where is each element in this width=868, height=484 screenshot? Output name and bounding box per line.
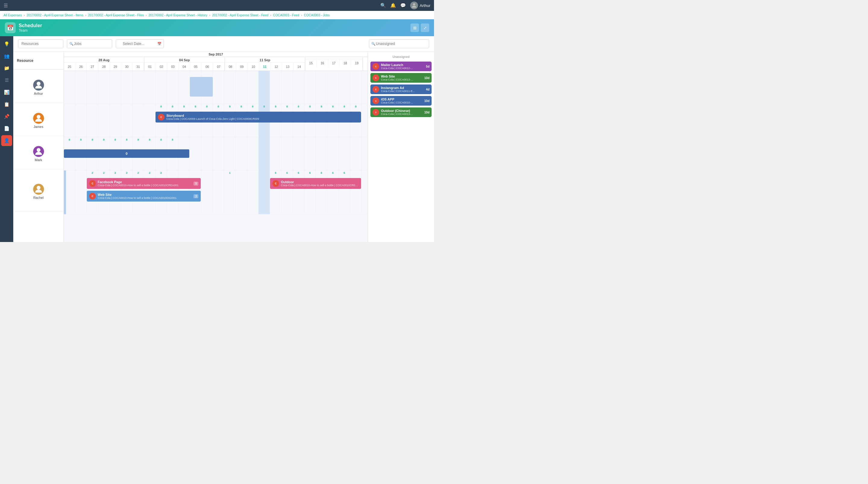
jobs-input[interactable] [67, 39, 112, 48]
alloc-num-13: 8 [286, 105, 288, 108]
cell-Arthur-28 [98, 71, 110, 104]
alloc-num-27: 8 [92, 138, 93, 141]
alloc-num-09: 8 [241, 105, 242, 108]
bc-coca-jobs[interactable]: COCA0003 - Jobs [304, 13, 330, 17]
alloc-num-16: 8 [321, 105, 322, 108]
sidebar-item-ideas[interactable]: 💡 [1, 39, 12, 50]
bc-items[interactable]: 2017/0002 - April Expense Sheet - Items [27, 13, 84, 17]
expand-view-button[interactable]: ⤢ [421, 24, 429, 32]
app-subtitle: Team [19, 28, 42, 33]
arthur-schedule-block[interactable] [190, 77, 213, 96]
day-cell-04: 04 [179, 63, 190, 70]
bc-all-expenses[interactable]: All Expenses [4, 13, 22, 17]
card-days-0: 5d [426, 65, 430, 68]
day-cell-03: 03 [167, 63, 179, 70]
sidebar-item-tasks[interactable]: 📋 [1, 99, 12, 110]
card-days-2: 4d [426, 88, 430, 91]
grid-row-james: 888888888888888888CStoryboardCoca-Cola |… [64, 104, 368, 137]
day-cell-09: 09 [236, 63, 248, 70]
cell-James-27 [87, 104, 98, 137]
sidebar-item-users[interactable]: 👤 [1, 135, 12, 146]
unassigned-card-2[interactable]: C Instangram Ad Coca-Cola | COCA0011-E..… [370, 84, 432, 94]
cell-Mark-15 [304, 137, 316, 170]
sidebar-item-pins[interactable]: 📌 [1, 111, 12, 122]
chat-icon[interactable]: 💬 [400, 3, 406, 8]
unassigned-card-3[interactable]: C iOS APP Coca-Cola | COCA0010-... 10d [370, 96, 432, 106]
task-bar-outdoor[interactable]: COutdoorCoca-Cola | COCA0010-How to sell… [270, 178, 361, 189]
unassigned-card-1[interactable]: C Web Site Coca-Cola | COCA0013-... 10d [370, 73, 432, 83]
alloc-num-10: 8 [252, 105, 253, 108]
cell-James-28 [98, 104, 110, 137]
week-group-1: 04 Sep01020304050607 [144, 57, 225, 70]
coca-cola-logo: C [158, 114, 164, 120]
card-sub-4: Coca-Cola | COCA0013-... [381, 113, 423, 116]
unassigned-card-0[interactable]: C Mailer Launch Coca-Cola | COCA0012-...… [370, 62, 432, 71]
week-group-3: 1516171819 [305, 57, 363, 70]
card-sub-2: Coca-Cola | COCA0011-E... [381, 90, 424, 93]
unassigned-panel: Unassigned C Mailer Launch Coca-Cola | C… [368, 52, 434, 242]
cell-Mark-05 [190, 137, 201, 170]
resource-col-header: Resource [13, 52, 64, 70]
task-bar-web-site[interactable]: CWeb SiteCoca-Cola | COCA0010-How to sel… [87, 191, 201, 202]
cell-Arthur-09 [236, 71, 247, 104]
sidebar-item-documents[interactable]: 📄 [1, 123, 12, 134]
svg-point-3 [36, 148, 40, 152]
alloc-num-14: 8 [298, 105, 299, 108]
cell-James-26 [75, 104, 87, 137]
search-icon[interactable]: 🔍 [380, 3, 386, 8]
alloc-num-15: 8 [309, 105, 311, 108]
unassigned-card-4[interactable]: C Outdoor (Chinese) Coca-Cola | COCA0013… [370, 107, 432, 117]
alloc-num-02: 8 [160, 105, 162, 108]
cell-Mark-10 [247, 137, 258, 170]
date-input[interactable] [116, 39, 164, 48]
card-sub-3: Coca-Cola | COCA0010-... [381, 101, 423, 104]
cell-Rachel-11 [258, 170, 270, 214]
task-bar-facebook-page[interactable]: CFacebook PageCoca-Cola | COCA0010-How t… [87, 178, 201, 189]
sidebar-item-analytics[interactable]: 📊 [1, 87, 12, 98]
sidebar-item-team[interactable]: 👥 [1, 51, 12, 62]
cell-Rachel-19 [350, 170, 362, 214]
task-bar-storyboard[interactable]: CStoryboardCoca-Cola | COCA0009-Launch o… [156, 112, 361, 122]
cell-Arthur-11 [258, 71, 270, 104]
sidebar-item-list[interactable]: ☰ [1, 75, 12, 86]
cell-Mark-16 [316, 137, 327, 170]
user-menu[interactable]: Arthur [410, 1, 430, 9]
alloc-num-15: 6 [309, 171, 311, 174]
task-title: Web Site [98, 193, 177, 196]
sidebar-item-files[interactable]: 📁 [1, 63, 12, 74]
bc-feed[interactable]: 2017/0002 - April Expense Sheet - Feed [212, 13, 269, 17]
cell-Arthur-01 [144, 71, 156, 104]
coca-cola-logo: C [89, 193, 96, 199]
day-cell-02: 02 [156, 63, 167, 70]
day-cell-13: 13 [282, 63, 293, 70]
bell-icon[interactable]: 🔔 [390, 3, 396, 8]
rachel-side-bar [64, 170, 66, 214]
cell-Rachel-07 [213, 170, 224, 214]
alloc-num-28: 8 [103, 138, 104, 141]
day-cell-18: 18 [340, 59, 351, 67]
alloc-bar-Mark[interactable]: 0 [64, 149, 189, 158]
week-label-0: 28 Aug [64, 57, 144, 63]
grid-view-button[interactable]: ⊞ [410, 24, 419, 32]
svg-text:C: C [275, 182, 277, 185]
bc-coca-feed[interactable]: COCA0003 - Feed [273, 13, 299, 17]
card-title-4: Outdoor (Chinese) [381, 109, 423, 113]
calendar-wrapper: Resource Arthur James [13, 52, 434, 242]
cell-James-31 [133, 104, 144, 137]
unassigned-input[interactable] [369, 39, 429, 48]
resources-input[interactable] [18, 39, 63, 48]
task-badge: 3 [193, 194, 198, 198]
card-sub-0: Coca-Cola | COCA0012-... [381, 67, 424, 70]
app-icon: 📅 [5, 22, 16, 33]
svg-point-4 [36, 186, 40, 190]
alloc-num-07: 8 [218, 105, 219, 108]
bc-history[interactable]: 2017/0002 - April Expense Sheet - Histor… [149, 13, 208, 17]
bc-files[interactable]: 2017/0002 - April Expense Sheet - Files [88, 13, 144, 17]
cell-James-29 [110, 104, 121, 137]
cell-Arthur-12 [270, 71, 281, 104]
day-cell-28: 28 [98, 63, 110, 70]
menu-icon[interactable]: ☰ [4, 3, 8, 8]
day-cell-08: 08 [225, 63, 236, 70]
alloc-num-29: 8 [115, 138, 116, 141]
resource-name-arthur: Arthur [34, 92, 43, 95]
